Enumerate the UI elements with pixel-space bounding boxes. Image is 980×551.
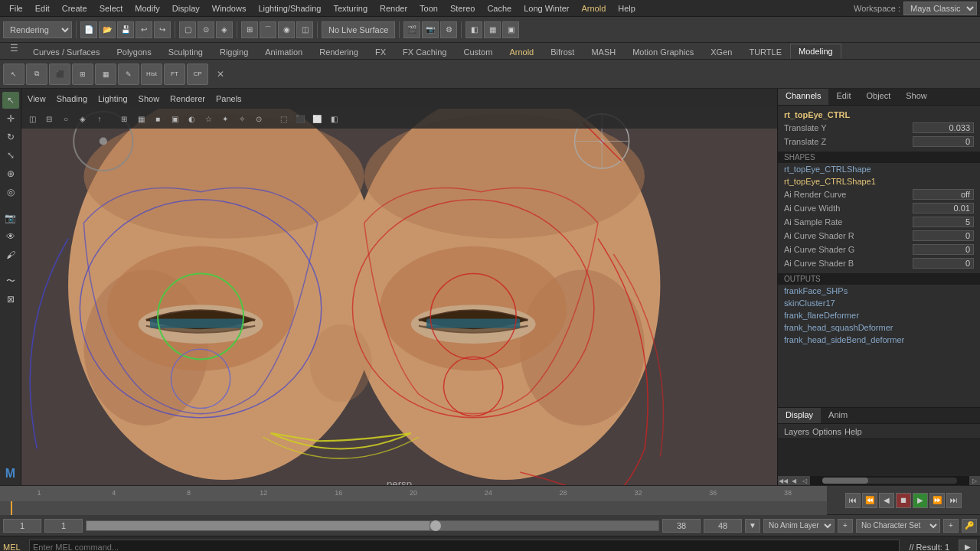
tool-select[interactable]: ↖	[2, 92, 19, 109]
attr-val-ai-shader-g[interactable]	[913, 244, 974, 255]
no-live-surface-btn[interactable]: No Live Surface	[322, 21, 395, 38]
attr-row-ai-render-curve[interactable]: Ai Render Curve	[778, 187, 980, 201]
anim-layer-add-btn[interactable]: +	[838, 519, 853, 533]
tab-edit[interactable]: Edit	[828, 89, 858, 105]
transport-prev-key[interactable]: ⏪	[862, 493, 877, 508]
scroll-prev2[interactable]: ◁	[799, 476, 810, 485]
tool-lattice[interactable]: ⊠	[2, 291, 19, 308]
range-options-btn[interactable]: ▼	[745, 519, 760, 533]
transport-goto-start[interactable]: ⏮	[845, 493, 861, 508]
workspace-select[interactable]: Maya Classic	[903, 2, 977, 15]
lasso-btn[interactable]: ⊙	[198, 21, 214, 38]
shelf-tab-modeling[interactable]: Modeling	[790, 44, 841, 59]
attr-val-ai-render-curve[interactable]	[913, 189, 974, 200]
attr-row-translatez[interactable]: Translate Z	[778, 135, 980, 148]
vp-xray-active[interactable]: ✧	[234, 111, 250, 126]
attr-val-ai-curve-width[interactable]	[913, 203, 974, 214]
shelf-settings-btn[interactable]: ☰	[3, 37, 24, 59]
vp-isolate[interactable]: ⊙	[251, 111, 266, 126]
snap-surface-btn[interactable]: ◫	[296, 21, 313, 38]
scroll-prev[interactable]: ◀	[789, 476, 799, 485]
shelf-tab-rendering[interactable]: Rendering	[311, 44, 367, 59]
da-sub-options[interactable]: Options	[812, 427, 841, 436]
shelf-icon-hist[interactable]: Hist	[141, 64, 162, 85]
shelf-close-btn[interactable]: ✕	[210, 64, 231, 85]
range-end-input[interactable]	[704, 519, 742, 533]
output-0[interactable]: frankFace_SHPs	[778, 285, 980, 297]
shape-1[interactable]: rt_topEye_CTRLShape	[778, 163, 980, 175]
shelf-tab-mash[interactable]: MASH	[583, 44, 624, 59]
playhead[interactable]	[11, 501, 12, 515]
shelf-tab-curves[interactable]: Curves / Surfaces	[24, 44, 108, 59]
shape-2[interactable]: rt_topEye_CTRLShape1	[778, 175, 980, 187]
vp-cam4[interactable]: ◧	[326, 111, 341, 126]
shelf-icon-pencil[interactable]: ✎	[118, 64, 139, 85]
range-start-input[interactable]	[3, 519, 41, 533]
attr-val-ai-shader-b[interactable]	[913, 258, 974, 269]
output-3[interactable]: frank_head_squashDeformer	[778, 321, 980, 334]
vp-cam3[interactable]: ⬜	[309, 111, 325, 126]
menu-file[interactable]: File	[3, 2, 29, 15]
output-4[interactable]: frank_head_sideBend_deformer	[778, 334, 980, 346]
vp-light[interactable]: ◐	[184, 111, 199, 126]
viewport-canvas[interactable]: persp	[21, 109, 777, 485]
vp-menu-lighting[interactable]: Lighting	[95, 93, 131, 105]
transport-goto-end[interactable]: ⏭	[946, 493, 962, 508]
snap-grid-btn[interactable]: ⊞	[241, 21, 258, 38]
menu-select[interactable]: Select	[93, 2, 129, 15]
vp-snap[interactable]: ↑	[92, 111, 107, 126]
shelf-tab-arnold[interactable]: Arnold	[501, 44, 542, 59]
snap-point-btn[interactable]: ◉	[278, 21, 295, 38]
menu-stereo[interactable]: Stereo	[444, 2, 481, 15]
tab-channels[interactable]: Channels	[778, 89, 828, 105]
mode-select[interactable]: Rendering	[3, 21, 72, 38]
transport-stop[interactable]: ⏹	[896, 493, 911, 508]
vp-hier[interactable]: ⊟	[41, 111, 57, 126]
da-tab-anim[interactable]: Anim	[821, 408, 855, 423]
save-btn[interactable]: 💾	[117, 21, 134, 38]
transport-play[interactable]: ▶	[913, 493, 928, 508]
attr-val-ai-sample-rate[interactable]	[913, 217, 974, 227]
shelf-tab-polygons[interactable]: Polygons	[108, 44, 159, 59]
cmd-run-btn[interactable]: ▶	[959, 540, 977, 552]
shelf-icon-layers[interactable]: ⧉	[26, 64, 47, 85]
vp-cam1[interactable]: ⬚	[276, 111, 291, 126]
shelf-tab-sculpting[interactable]: Sculpting	[160, 44, 211, 59]
new-btn[interactable]: 📄	[80, 21, 97, 38]
select-btn[interactable]: ▢	[179, 21, 196, 38]
tool-paint[interactable]: 🖌	[2, 246, 19, 263]
tool-camera[interactable]: 📷	[2, 210, 19, 227]
object-name[interactable]: rt_topEye_CTRL	[778, 109, 980, 121]
shelf-tab-bifrost[interactable]: Bifrost	[542, 44, 583, 59]
menu-texturing[interactable]: Texturing	[327, 2, 374, 15]
vp-menu-show[interactable]: Show	[136, 93, 163, 105]
char-set-select[interactable]: No Character Set	[856, 519, 940, 533]
shelf-icon-select[interactable]: ↖	[3, 64, 24, 85]
vp-solid[interactable]: ■	[150, 111, 165, 126]
menu-cache[interactable]: Cache	[481, 2, 518, 15]
vp-texture[interactable]: ▣	[167, 111, 182, 126]
vp-grid[interactable]: ⊞	[116, 111, 132, 126]
shelf-icon-cp[interactable]: CP	[187, 64, 208, 85]
vp-select-mask[interactable]: ◫	[24, 111, 40, 126]
output-1[interactable]: skinCluster17	[778, 297, 980, 309]
shelf-icon-arrange[interactable]: ⊞	[72, 64, 93, 85]
attr-row-ai-shader-r[interactable]: Ai Curve Shader R	[778, 229, 980, 243]
current-frame-input[interactable]	[44, 519, 83, 533]
output-2[interactable]: frank_flareDeformer	[778, 309, 980, 321]
vp-cam2[interactable]: ⬛	[292, 111, 308, 126]
shelf-tab-fxcaching[interactable]: FX Caching	[394, 44, 455, 59]
tab-object[interactable]: Object	[858, 89, 898, 105]
attr-row-ai-sample-rate[interactable]: Ai Sample Rate	[778, 215, 980, 229]
redo-btn[interactable]: ↪	[154, 21, 171, 38]
attr-val-translatey[interactable]	[913, 122, 974, 133]
menu-edit[interactable]: Edit	[29, 2, 56, 15]
char-set-add-btn[interactable]: +	[943, 519, 959, 533]
render-settings-btn[interactable]: ⚙	[440, 21, 457, 38]
render-btn[interactable]: 🎬	[403, 21, 420, 38]
open-btn[interactable]: 📂	[99, 21, 116, 38]
vp-menu-renderer[interactable]: Renderer	[167, 93, 208, 105]
da-sub-help[interactable]: Help	[844, 427, 862, 436]
shelf-icon-cube[interactable]: ⬛	[49, 64, 70, 85]
attr-row-ai-curve-width[interactable]: Ai Curve Width	[778, 201, 980, 215]
